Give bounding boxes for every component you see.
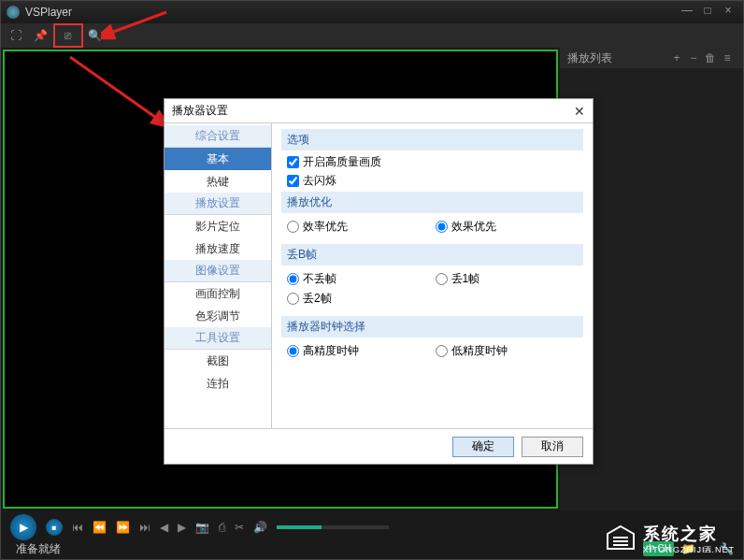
toolbar: ⛶ 📌 ⎚ 🔍 bbox=[1, 23, 743, 48]
nav-item-screenshot[interactable]: 截图 bbox=[165, 350, 271, 372]
checkbox-flicker[interactable]: 去闪烁 bbox=[287, 173, 583, 189]
camera-icon[interactable]: 📷 bbox=[195, 521, 209, 534]
radio-clock-hi-label: 高精度时钟 bbox=[303, 343, 359, 359]
playlist-add-icon[interactable]: + bbox=[668, 51, 685, 65]
pin-icon[interactable]: 📌 bbox=[29, 26, 51, 45]
radio-efficiency[interactable]: 效率优先 bbox=[287, 219, 436, 235]
cancel-button[interactable]: 取消 bbox=[522, 437, 583, 457]
settings-button-highlight: ⎚ bbox=[53, 23, 83, 48]
nav-item-hotkey[interactable]: 热键 bbox=[165, 170, 271, 193]
radio-quality-label: 效果优先 bbox=[451, 219, 496, 235]
fullscreen-icon[interactable]: ⛶ bbox=[5, 26, 27, 45]
app-icon bbox=[7, 6, 20, 19]
playlist-menu-icon[interactable]: ≡ bbox=[719, 51, 736, 65]
dialog-titlebar: 播放器设置 ✕ bbox=[165, 99, 593, 123]
playlist-delete-icon[interactable]: 🗑 bbox=[702, 51, 719, 65]
nav-item-seek[interactable]: 影片定位 bbox=[165, 215, 271, 237]
section-options: 选项 bbox=[281, 129, 583, 151]
radio-drop-1-label: 丢1帧 bbox=[451, 271, 480, 287]
nav-group-playback: 播放设置 bbox=[165, 193, 271, 215]
radio-efficiency-label: 效率优先 bbox=[303, 219, 348, 235]
stop-button[interactable]: ■ bbox=[46, 519, 63, 536]
forward-icon[interactable]: ⏩ bbox=[116, 521, 130, 534]
close-button[interactable]: × bbox=[719, 4, 737, 21]
nav-item-burst[interactable]: 连拍 bbox=[165, 372, 271, 395]
radio-drop-none[interactable]: 不丢帧 bbox=[287, 271, 436, 287]
ok-button[interactable]: 确定 bbox=[452, 437, 514, 457]
step-forward-icon[interactable]: ▶ bbox=[178, 521, 186, 534]
dialog-title: 播放器设置 bbox=[172, 103, 228, 119]
skip-start-icon[interactable]: ⏮ bbox=[72, 521, 83, 534]
section-drop-b: 丢B帧 bbox=[281, 244, 583, 266]
nav-item-basic[interactable]: 基本 bbox=[165, 148, 271, 170]
step-back-icon[interactable]: ◀ bbox=[160, 521, 168, 534]
skip-end-icon[interactable]: ⏭ bbox=[139, 521, 150, 534]
checkbox-flicker-label: 去闪烁 bbox=[303, 173, 336, 189]
rewind-icon[interactable]: ⏪ bbox=[93, 521, 107, 534]
playlist-remove-icon[interactable]: − bbox=[685, 51, 702, 65]
checkbox-hq-label: 开启高质量画质 bbox=[303, 154, 381, 170]
settings-sidebar: 综合设置 基本 热键 播放设置 影片定位 播放速度 图像设置 画面控制 色彩调节… bbox=[165, 123, 272, 428]
nav-group-general: 综合设置 bbox=[165, 125, 271, 148]
playlist-title: 播放列表 bbox=[567, 50, 612, 66]
burst-icon[interactable]: ⎙ bbox=[219, 521, 225, 534]
nav-item-speed[interactable]: 播放速度 bbox=[165, 237, 271, 260]
minimize-button[interactable]: — bbox=[678, 4, 696, 21]
nav-item-color[interactable]: 色彩调节 bbox=[165, 305, 271, 327]
dialog-close-icon[interactable]: ✕ bbox=[574, 104, 585, 119]
volume-slider[interactable] bbox=[277, 525, 389, 529]
radio-clock-lo-label: 低精度时钟 bbox=[451, 343, 508, 359]
watermark-logo-icon bbox=[604, 524, 637, 553]
radio-drop-none-label: 不丢帧 bbox=[303, 271, 336, 287]
radio-clock-lo[interactable]: 低精度时钟 bbox=[436, 343, 584, 359]
nav-group-image: 图像设置 bbox=[165, 260, 271, 282]
playlist-header: 播放列表 + − 🗑 ≡ bbox=[560, 48, 743, 68]
radio-quality[interactable]: 效果优先 bbox=[436, 219, 584, 235]
radio-drop-2-label: 丢2帧 bbox=[303, 291, 332, 307]
settings-pane: 选项 开启高质量画质 去闪烁 播放优化 效率优先 效果优先 丢B帧 不丢帧 丢1… bbox=[272, 123, 593, 428]
dialog-footer: 确定 取消 bbox=[165, 428, 593, 464]
titlebar: VSPlayer — □ × bbox=[1, 1, 743, 23]
section-playback-opt: 播放优化 bbox=[281, 192, 583, 213]
cut-icon[interactable]: ✂ bbox=[235, 521, 244, 534]
watermark-brand: 系统之家 bbox=[643, 523, 735, 545]
radio-clock-hi[interactable]: 高精度时钟 bbox=[287, 343, 436, 359]
settings-dialog: 播放器设置 ✕ 综合设置 基本 热键 播放设置 影片定位 播放速度 图像设置 画… bbox=[164, 98, 594, 465]
checkbox-hq[interactable]: 开启高质量画质 bbox=[287, 154, 583, 170]
play-button[interactable]: ▶ bbox=[10, 514, 36, 540]
radio-drop-2[interactable]: 丢2帧 bbox=[287, 291, 436, 307]
settings-icon[interactable]: ⎚ bbox=[56, 26, 79, 45]
status-text: 准备就绪 bbox=[16, 541, 61, 557]
search-icon[interactable]: 🔍 bbox=[83, 26, 106, 45]
watermark-url: XITONGZHIJIA.NET bbox=[643, 545, 735, 554]
watermark: 系统之家 XITONGZHIJIA.NET bbox=[604, 523, 735, 554]
app-title: VSPlayer bbox=[25, 6, 72, 19]
radio-drop-1[interactable]: 丢1帧 bbox=[436, 271, 584, 287]
volume-icon[interactable]: 🔊 bbox=[253, 521, 267, 534]
maximize-button[interactable]: □ bbox=[698, 4, 717, 21]
nav-group-tools: 工具设置 bbox=[165, 327, 271, 350]
section-clock: 播放器时钟选择 bbox=[281, 316, 583, 337]
nav-item-picture[interactable]: 画面控制 bbox=[165, 282, 271, 305]
